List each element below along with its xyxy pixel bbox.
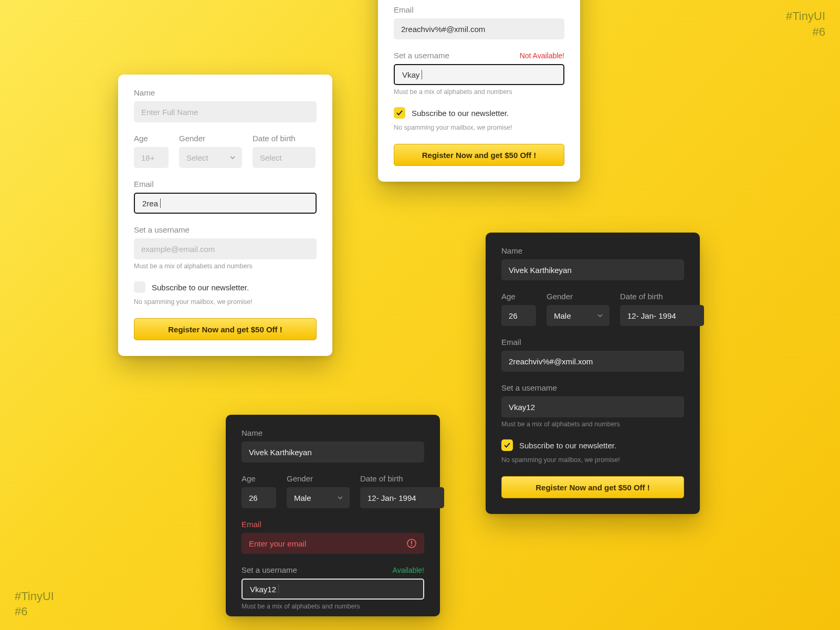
- username-input[interactable]: Vkay: [394, 64, 564, 85]
- name-field: Name Vivek Karthikeyan: [501, 246, 684, 280]
- newsletter-row: Subscribe to our newsletter.: [501, 439, 684, 451]
- dob-input[interactable]: Select: [253, 147, 316, 168]
- email-error-text: Enter your email: [249, 539, 306, 548]
- name-field: Name Enter Full Name: [134, 88, 317, 122]
- chevron-down-icon: [229, 154, 236, 161]
- email-label-error: Email: [242, 520, 424, 529]
- form-card-dark-filled: Name Vivek Karthikeyan Age 26 Gender Mal…: [486, 233, 700, 514]
- name-input[interactable]: Enter Full Name: [134, 101, 317, 122]
- watermark-line1: #TinyUI: [15, 589, 54, 604]
- newsletter-helper: No spamming your mailbox, we promise!: [394, 124, 564, 131]
- newsletter-helper: No spamming your mailbox, we promise!: [501, 456, 684, 464]
- newsletter-label: Subscribe to our newsletter.: [152, 283, 249, 292]
- gender-value: Select: [186, 153, 208, 162]
- watermark-top-right: #TinyUI #6: [786, 8, 825, 39]
- name-label: Name: [242, 428, 424, 437]
- watermark-line1: #TinyUI: [786, 8, 825, 24]
- username-input[interactable]: Vkay12: [501, 396, 684, 417]
- newsletter-label: Subscribe to our newsletter.: [412, 109, 509, 118]
- gender-label: Gender: [287, 474, 350, 483]
- form-card-dark-validation: Name Vivek Karthikeyan Age 26 Gender Mal…: [226, 415, 440, 616]
- email-input[interactable]: 2rea: [134, 193, 317, 214]
- username-label: Set a username: [242, 565, 297, 574]
- newsletter-helper: No spamming your mailbox, we promise!: [134, 298, 317, 306]
- email-label: Email: [394, 5, 564, 14]
- username-status-ok: Available!: [393, 566, 424, 574]
- dob-input[interactable]: 12- Jan- 1994: [360, 487, 444, 508]
- gender-label: Gender: [179, 134, 242, 143]
- newsletter-label: Subscribe to our newsletter.: [519, 441, 616, 450]
- name-field: Name Vivek Karthikeyan: [242, 428, 424, 463]
- gender-select[interactable]: Male: [287, 487, 350, 508]
- watermark-bottom-left: #TinyUI #6: [15, 589, 54, 620]
- watermark-line2: #6: [15, 604, 54, 620]
- username-label: Set a username: [134, 225, 317, 234]
- email-field: Email 2reachviv%#@xmil.com: [394, 5, 564, 39]
- username-helper: Must be a mix of alphabets and numbers: [394, 88, 564, 96]
- form-card-light-error: Email 2reachviv%#@xmil.com Set a usernam…: [378, 0, 580, 182]
- newsletter-checkbox[interactable]: [501, 439, 513, 451]
- username-helper: Must be a mix of alphabets and numbers: [242, 603, 424, 610]
- age-input[interactable]: 26: [242, 487, 276, 508]
- email-field: Email 2rea: [134, 180, 317, 214]
- name-input[interactable]: Vivek Karthikeyan: [242, 442, 424, 463]
- chevron-down-icon: [597, 312, 603, 319]
- age-field: Age 26: [501, 292, 536, 326]
- alert-circle-icon: [406, 538, 417, 549]
- username-label: Set a username: [394, 51, 449, 60]
- newsletter-checkbox[interactable]: [394, 107, 405, 119]
- age-field: Age 18+: [134, 134, 169, 168]
- gender-field: Gender Select: [179, 134, 242, 168]
- age-label: Age: [242, 474, 276, 483]
- age-label: Age: [501, 292, 536, 301]
- username-field: Set a username example@email.com Must be…: [134, 225, 317, 270]
- age-field: Age 26: [242, 474, 276, 508]
- gender-field: Gender Male: [287, 474, 350, 508]
- dob-field: Date of birth 12- Jan- 1994: [360, 474, 444, 508]
- register-button[interactable]: Register Now and get $50 Off !: [134, 318, 317, 340]
- gender-select[interactable]: Select: [179, 147, 242, 168]
- age-label: Age: [134, 134, 169, 143]
- watermark-line2: #6: [786, 24, 825, 40]
- form-card-light-default: Name Enter Full Name Age 18+ Gender Sele…: [118, 75, 332, 356]
- username-helper: Must be a mix of alphabets and numbers: [501, 421, 684, 428]
- name-input[interactable]: Vivek Karthikeyan: [501, 259, 684, 280]
- dob-label: Date of birth: [253, 134, 316, 143]
- svg-point-2: [411, 545, 412, 546]
- gender-field: Gender Male: [547, 292, 610, 326]
- dob-input[interactable]: 12- Jan- 1994: [620, 305, 704, 326]
- email-field: Email 2reachviv%#@xmil.xom: [501, 338, 684, 372]
- email-input[interactable]: 2reachviv%#@xmil.com: [394, 18, 564, 39]
- email-input[interactable]: 2reachviv%#@xmil.xom: [501, 351, 684, 372]
- username-field: Set a username Vkay12 Must be a mix of a…: [501, 383, 684, 428]
- newsletter-row: Subscribe to our newsletter.: [394, 107, 564, 119]
- name-label: Name: [134, 88, 317, 97]
- username-field: Set a username Available! Vkay12 Must be…: [242, 565, 424, 610]
- gender-value: Male: [294, 494, 311, 502]
- email-label: Email: [134, 180, 317, 188]
- chevron-down-icon: [337, 495, 343, 501]
- newsletter-row: Subscribe to our newsletter.: [134, 281, 317, 293]
- register-button[interactable]: Register Now and get $50 Off !: [501, 476, 684, 498]
- username-input[interactable]: Vkay12: [242, 579, 424, 600]
- username-input[interactable]: example@email.com: [134, 238, 317, 259]
- dob-field: Date of birth 12- Jan- 1994: [620, 292, 704, 326]
- email-field: Email Enter your email: [242, 520, 424, 554]
- username-status-error: Not Available!: [520, 51, 564, 60]
- gender-label: Gender: [547, 292, 610, 301]
- username-helper: Must be a mix of alphabets and numbers: [134, 262, 317, 270]
- email-input-error[interactable]: Enter your email: [242, 533, 424, 554]
- dob-label: Date of birth: [620, 292, 704, 301]
- newsletter-checkbox[interactable]: [134, 281, 145, 293]
- username-label: Set a username: [501, 383, 684, 392]
- gender-value: Male: [554, 311, 571, 320]
- age-input[interactable]: 26: [501, 305, 536, 326]
- age-input[interactable]: 18+: [134, 147, 169, 168]
- gender-select[interactable]: Male: [547, 305, 610, 326]
- dob-label: Date of birth: [360, 474, 444, 483]
- dob-field: Date of birth Select: [253, 134, 316, 168]
- register-button[interactable]: Register Now and get $50 Off !: [394, 144, 564, 166]
- email-label: Email: [501, 338, 684, 346]
- name-label: Name: [501, 246, 684, 255]
- username-field: Set a username Not Available! Vkay Must …: [394, 51, 564, 96]
